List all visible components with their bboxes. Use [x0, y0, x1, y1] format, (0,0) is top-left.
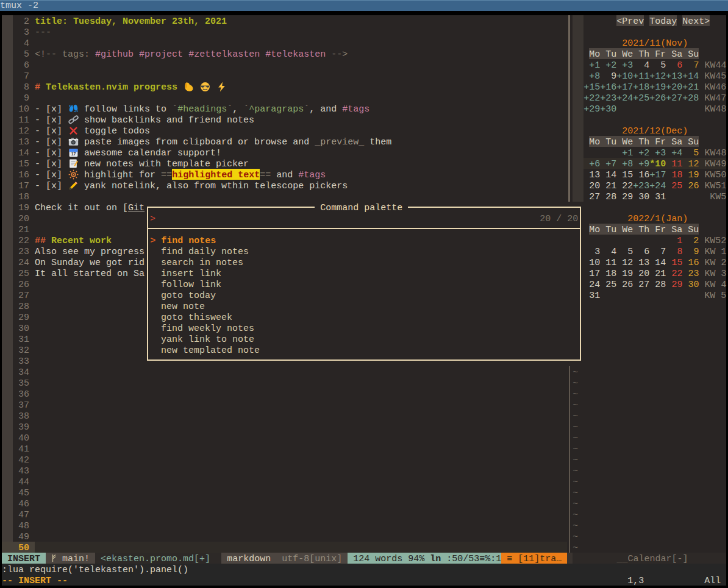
- svg-text:17: 17: [71, 152, 76, 156]
